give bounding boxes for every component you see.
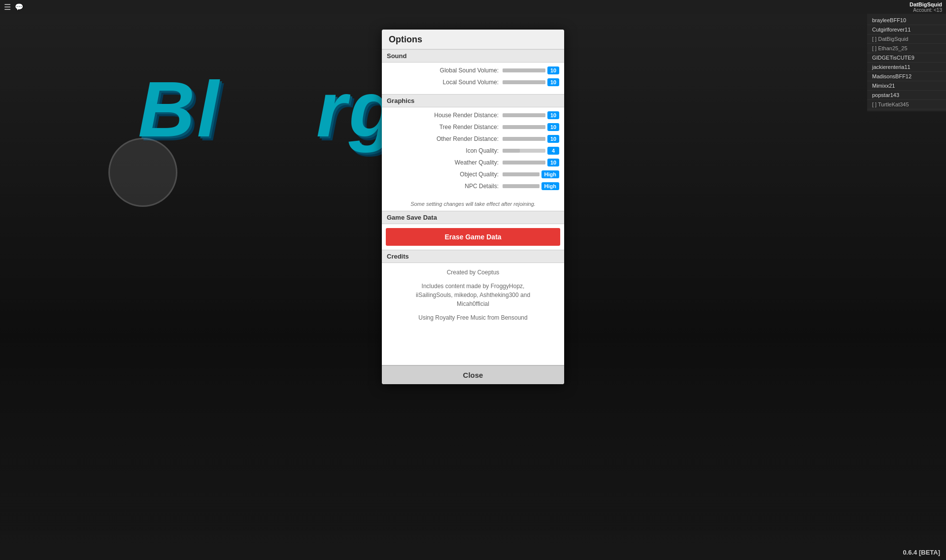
tree-render-fill — [503, 125, 545, 129]
local-sound-value: 10 — [547, 78, 559, 86]
modal-title: Options — [382, 30, 564, 49]
house-render-track — [503, 113, 545, 117]
house-render-row: House Render Distance: 10 — [387, 111, 559, 119]
object-quality-track — [503, 172, 540, 176]
graphics-settings: House Render Distance: 10 Tree Render Di… — [382, 107, 564, 198]
options-modal: Options Sound Global Sound Volume: 10 Lo… — [382, 30, 564, 384]
local-sound-slider[interactable]: 10 — [503, 78, 559, 86]
weather-quality-track — [503, 161, 545, 165]
other-render-label: Other Render Distance: — [387, 135, 503, 142]
settings-notice: Some setting changes will take effect af… — [382, 198, 564, 211]
sound-section-header: Sound — [382, 49, 564, 63]
modal-scroll[interactable]: Sound Global Sound Volume: 10 Local Soun… — [382, 49, 564, 365]
house-render-fill — [503, 113, 545, 117]
tree-render-value: 10 — [547, 123, 559, 131]
local-sound-label: Local Sound Volume: — [387, 79, 503, 86]
graphics-section-header: Graphics — [382, 94, 564, 107]
tree-render-row: Tree Render Distance: 10 — [387, 123, 559, 131]
other-render-row: Other Render Distance: 10 — [387, 135, 559, 143]
object-quality-row: Object Quality: High — [387, 170, 559, 178]
weather-quality-slider[interactable]: 10 — [503, 159, 559, 166]
local-sound-track — [503, 80, 545, 84]
sound-settings: Global Sound Volume: 10 Local Sound Volu… — [382, 63, 564, 94]
house-render-value: 10 — [547, 111, 559, 119]
icon-quality-track — [503, 149, 545, 153]
other-render-fill — [503, 137, 545, 141]
icon-quality-row: Icon Quality: 4 — [387, 147, 559, 155]
close-button[interactable]: Close — [382, 365, 564, 384]
icon-quality-label: Icon Quality: — [387, 147, 503, 154]
other-render-value: 10 — [547, 135, 559, 143]
icon-quality-value: 4 — [547, 147, 559, 155]
weather-quality-row: Weather Quality: 10 — [387, 159, 559, 166]
local-sound-row: Local Sound Volume: 10 — [387, 78, 559, 86]
npc-details-fill — [503, 184, 540, 188]
global-sound-row: Global Sound Volume: 10 — [387, 66, 559, 74]
weather-quality-label: Weather Quality: — [387, 159, 503, 166]
icon-quality-fill — [503, 149, 520, 153]
global-sound-value: 10 — [547, 66, 559, 74]
modal-overlay: Options Sound Global Sound Volume: 10 Lo… — [0, 0, 946, 560]
credits-area: Created by Coeptus Includes content made… — [382, 263, 564, 332]
object-quality-label: Object Quality: — [387, 171, 503, 178]
object-quality-fill — [503, 172, 540, 176]
credits-line-3: Using Royalty Free Music from Bensound — [389, 313, 557, 322]
icon-quality-slider[interactable]: 4 — [503, 147, 559, 155]
global-sound-label: Global Sound Volume: — [387, 67, 503, 74]
npc-details-label: NPC Details: — [387, 183, 503, 190]
object-quality-value: High — [541, 170, 559, 178]
global-sound-fill — [503, 68, 545, 72]
npc-details-row: NPC Details: High — [387, 182, 559, 190]
object-quality-slider[interactable]: High — [503, 170, 559, 178]
weather-quality-fill — [503, 161, 545, 165]
npc-details-slider[interactable]: High — [503, 182, 559, 190]
credits-section-header: Credits — [382, 250, 564, 263]
global-sound-slider[interactable]: 10 — [503, 66, 559, 74]
npc-details-track — [503, 184, 540, 188]
tree-render-label: Tree Render Distance: — [387, 124, 503, 131]
erase-game-data-button[interactable]: Erase Game Data — [386, 228, 560, 246]
npc-details-value: High — [541, 182, 559, 190]
other-render-slider[interactable]: 10 — [503, 135, 559, 143]
other-render-track — [503, 137, 545, 141]
global-sound-track — [503, 68, 545, 72]
credits-line-1: Created by Coeptus — [389, 268, 557, 277]
tree-render-slider[interactable]: 10 — [503, 123, 559, 131]
credits-line-2: Includes content made by FroggyHopz,iiSa… — [389, 282, 557, 308]
game-save-header: Game Save Data — [382, 211, 564, 224]
tree-render-track — [503, 125, 545, 129]
house-render-slider[interactable]: 10 — [503, 111, 559, 119]
house-render-label: House Render Distance: — [387, 112, 503, 119]
weather-quality-value: 10 — [547, 159, 559, 166]
local-sound-fill — [503, 80, 545, 84]
